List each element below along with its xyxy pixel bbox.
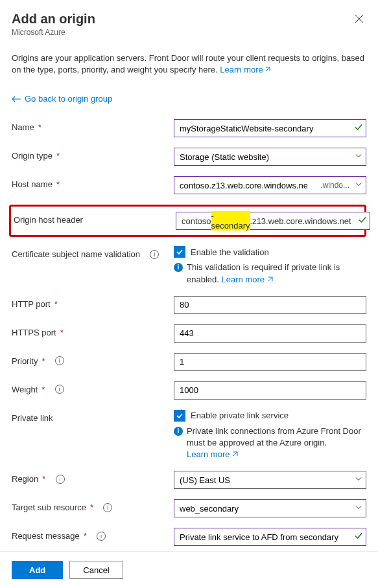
origin-host-header-highlight: Origin host header contoso-secondary.z13… (9, 205, 366, 237)
priority-input[interactable] (174, 353, 366, 371)
origin-host-header-input[interactable]: contoso-secondary.z13.web.core.windows.n… (176, 212, 370, 230)
cert-validation-label: Certificate subject name validation (12, 249, 140, 259)
request-message-input[interactable] (174, 528, 366, 546)
origin-type-select[interactable] (174, 148, 366, 166)
info-icon: i (174, 263, 183, 272)
required-indicator: * (90, 503, 93, 512)
target-sub-resource-label: Target sub resource (12, 503, 86, 512)
https-port-label: HTTPS port (12, 328, 56, 337)
private-link-checkbox[interactable] (174, 410, 185, 422)
required-indicator: * (60, 328, 64, 337)
private-link-label: Private link (12, 413, 53, 423)
info-icon[interactable]: i (150, 250, 159, 259)
info-icon[interactable]: i (55, 356, 64, 365)
panel-title: Add an origin (12, 12, 95, 27)
http-port-input[interactable] (174, 296, 366, 314)
add-button[interactable]: Add (12, 561, 63, 579)
target-sub-resource-select[interactable] (174, 499, 366, 517)
region-label: Region (12, 474, 38, 484)
intro-learn-more-link[interactable]: Learn more (220, 65, 270, 74)
priority-label: Priority (12, 356, 38, 366)
private-link-checkbox-label: Enable private link service (191, 411, 289, 420)
info-icon[interactable]: i (55, 385, 64, 394)
private-link-note: Private link connections from Azure Fron… (187, 425, 366, 461)
close-icon (355, 14, 364, 23)
required-indicator: * (42, 474, 45, 484)
origin-type-label: Origin type (12, 151, 53, 161)
required-indicator: * (54, 299, 58, 309)
info-icon: i (174, 427, 183, 436)
info-icon[interactable]: i (103, 503, 112, 512)
required-indicator: * (41, 356, 45, 366)
info-icon[interactable]: i (56, 475, 65, 484)
host-name-select[interactable] (174, 176, 366, 194)
required-indicator: * (56, 179, 60, 189)
required-indicator: * (56, 151, 60, 161)
info-icon[interactable]: i (97, 532, 106, 541)
request-message-label: Request message (12, 531, 80, 541)
weight-input[interactable] (174, 381, 366, 400)
close-button[interactable] (352, 12, 366, 28)
private-link-learn-more-link[interactable]: Learn more (187, 449, 239, 459)
region-select[interactable] (174, 471, 366, 489)
name-label: Name (12, 122, 34, 132)
https-port-input[interactable] (174, 324, 366, 343)
required-indicator: * (84, 531, 87, 541)
cert-learn-more-link[interactable]: Learn more (222, 275, 274, 284)
back-link[interactable]: Go back to origin group (12, 94, 366, 104)
required-indicator: * (41, 385, 45, 394)
required-indicator: * (38, 122, 41, 132)
name-input[interactable] (174, 119, 366, 137)
http-port-label: HTTP port (12, 299, 51, 309)
arrow-left-icon (12, 96, 21, 102)
cert-validation-note: This validation is required if private l… (187, 262, 366, 285)
weight-label: Weight (12, 385, 38, 394)
external-link-icon (265, 64, 271, 76)
panel-subtitle: Microsoft Azure (12, 28, 95, 37)
cancel-button[interactable]: Cancel (69, 561, 123, 579)
intro-text: Origins are your application servers. Fr… (12, 52, 366, 76)
origin-host-header-label: Origin host header (14, 215, 83, 225)
cert-validation-checkbox-label: Enable the validation (191, 247, 269, 257)
host-name-label: Host name (12, 179, 53, 189)
cert-validation-checkbox[interactable] (174, 246, 185, 258)
